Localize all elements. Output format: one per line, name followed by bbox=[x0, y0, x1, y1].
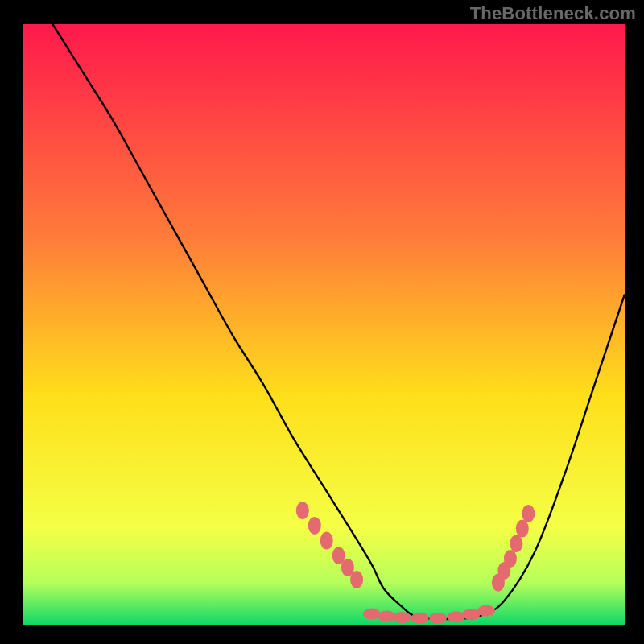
marker-dot bbox=[522, 505, 535, 522]
marker-dot bbox=[504, 550, 517, 568]
marker-dot bbox=[393, 612, 411, 623]
chart-frame: { "watermark": "TheBottleneck.com", "cha… bbox=[0, 0, 644, 644]
marker-dot bbox=[363, 609, 381, 620]
marker-dot bbox=[462, 609, 480, 620]
marker-dot bbox=[378, 611, 396, 622]
marker-dot bbox=[477, 605, 495, 617]
marker-dot bbox=[448, 611, 465, 622]
marker-dot bbox=[296, 502, 309, 519]
marker-dot bbox=[510, 535, 522, 552]
marker-dot bbox=[350, 571, 363, 588]
marker-dot bbox=[411, 613, 429, 624]
marker-dot bbox=[516, 520, 529, 538]
marker-dot bbox=[308, 517, 321, 535]
marker-dot bbox=[320, 532, 333, 550]
marker-dot bbox=[429, 613, 447, 624]
bottleneck-chart bbox=[0, 0, 644, 644]
watermark-text: TheBottleneck.com bbox=[470, 3, 636, 24]
